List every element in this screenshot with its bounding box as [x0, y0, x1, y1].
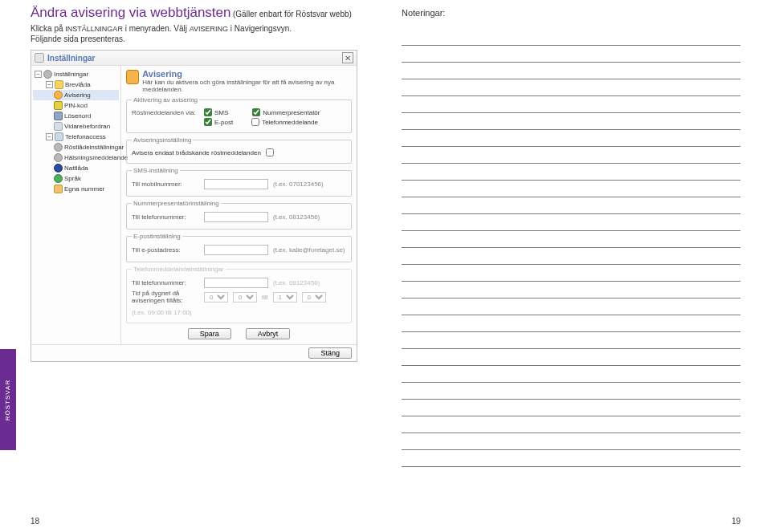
checkbox-telefon[interactable]: [251, 118, 259, 126]
settings-dialog: Inställningar ✕ − Inställningar − Brevlå…: [31, 50, 357, 362]
note-line: [402, 46, 740, 63]
group-nummer-legend: Nummerpresentatörinställning: [132, 200, 221, 207]
tree-nattlada[interactable]: Nattlåda: [33, 163, 119, 173]
select-h2: 18: [273, 292, 297, 303]
tree-rostladeinst[interactable]: Röstlådeinställningar: [33, 142, 119, 152]
note-line: [402, 416, 740, 433]
dialog-titlebar: Inställningar ✕: [31, 51, 357, 66]
close-button[interactable]: ✕: [342, 52, 353, 63]
folder-icon: [55, 80, 63, 89]
note-line: [402, 197, 740, 214]
chk-sms[interactable]: SMS: [204, 108, 228, 116]
pane-title: Avisering: [142, 69, 352, 79]
lock-icon: [54, 112, 63, 120]
page-title: Ändra avisering via webbtjänsten: [31, 5, 230, 20]
checkbox-sms[interactable]: [204, 108, 212, 116]
note-line: [402, 164, 740, 181]
note-line: [402, 315, 740, 332]
gear-icon: [54, 143, 63, 152]
tree-sprak[interactable]: Språk: [33, 173, 119, 184]
group-avisinst: Aviseringsinställning Avisera endast brå…: [126, 136, 352, 164]
bell-icon: [126, 70, 139, 84]
save-button[interactable]: Spara: [188, 328, 231, 339]
note-line: [402, 147, 740, 164]
note-line: [402, 366, 740, 383]
note-line: [402, 113, 740, 130]
tree-root[interactable]: − Inställningar: [33, 69, 119, 79]
instruction-line-1: Klicka på INSTÄLLNINGAR i menyraden. Väl…: [31, 24, 369, 33]
input-telephone: [204, 278, 268, 288]
tree-telefonaccess[interactable]: − Telefonaccess: [33, 132, 119, 142]
notes-area: [402, 29, 740, 467]
note-line: [402, 29, 740, 46]
note-line: [402, 231, 740, 248]
pane-description: Här kan du aktivera och göra inställning…: [142, 79, 352, 93]
note-line: [402, 63, 740, 79]
note-line: [402, 265, 740, 282]
hint-phone: (t.ex. 08123456): [273, 213, 320, 221]
input-phone[interactable]: [204, 212, 268, 222]
page-number-left: 18: [31, 517, 39, 526]
checkbox-epost[interactable]: [204, 118, 212, 126]
checkbox-nummer[interactable]: [252, 108, 260, 116]
select-m2: 00: [302, 292, 326, 303]
forward-icon: [54, 122, 63, 131]
select-m1: 00: [233, 292, 257, 303]
note-line: [402, 181, 740, 197]
group-activate: Aktivering av avisering Röstmeddelanden …: [126, 96, 352, 133]
cancel-button[interactable]: Avbryt: [246, 328, 290, 339]
tree-vidarebefordran[interactable]: Vidarebefordran: [33, 121, 119, 132]
side-tab-label: RÖSTSVAR: [5, 379, 12, 420]
instruction-line-2: Följande sida presenteras.: [31, 35, 369, 43]
tree-brevlada[interactable]: − Brevlåda: [33, 79, 119, 90]
tree-toggle-icon[interactable]: −: [46, 81, 53, 88]
tools-icon: [35, 53, 44, 63]
note-line: [402, 79, 740, 96]
tree-toggle-icon[interactable]: −: [46, 133, 53, 140]
chk-nummer[interactable]: Nummerpresentatör: [252, 108, 320, 116]
key-icon: [54, 101, 63, 110]
page-number-right: 19: [732, 517, 740, 526]
footer-close-button[interactable]: Stäng: [308, 347, 352, 359]
side-tab: RÖSTSVAR: [0, 349, 16, 450]
group-activate-legend: Aktivering av avisering: [132, 96, 199, 104]
group-epost-legend: E-postinställning: [132, 233, 182, 240]
settings-pane: Avisering Här kan du aktivera och göra i…: [121, 66, 357, 344]
note-line: [402, 282, 740, 298]
moon-icon: [54, 164, 63, 173]
tree-losenord[interactable]: Lösenord: [33, 111, 119, 121]
group-epost: E-postinställning Till e-postadress: (t.…: [126, 233, 352, 262]
tree-halsning[interactable]: Hälsningsmeddelande: [33, 152, 119, 163]
label-via: Röstmeddelanden via:: [132, 109, 199, 116]
tree-avisering[interactable]: Avisering: [33, 90, 119, 100]
tree-toggle-icon[interactable]: −: [35, 71, 42, 78]
label-mobile: Till mobilnummer:: [132, 181, 199, 188]
hint-time: (t.ex. 09:00 till 17:00): [132, 309, 192, 316]
globe-icon: [54, 174, 63, 183]
input-mobile[interactable]: [204, 179, 268, 189]
input-email[interactable]: [204, 245, 268, 255]
label-sep: till: [262, 294, 268, 301]
select-h1: 07: [204, 292, 228, 303]
group-nummer: Nummerpresentatörinställning Till telefo…: [126, 200, 352, 229]
hint-email: (t.ex. kalle@foretaget.se): [273, 246, 345, 254]
phone-icon: [55, 132, 63, 141]
note-line: [402, 248, 740, 265]
bell-icon: [54, 91, 63, 99]
page-subtitle: (Gäller enbart för Röstsvar webb): [233, 10, 352, 18]
group-teleinst: Telefonmeddelandeinställningar Till tele…: [126, 266, 352, 323]
group-sms-legend: SMS-inställning: [132, 167, 180, 174]
note-line: [402, 400, 740, 416]
label-email: Till e-postadress:: [132, 246, 199, 254]
tree-egnanummer[interactable]: Egna nummer: [33, 184, 119, 194]
chk-telefon[interactable]: Telefonmeddelande: [251, 118, 318, 126]
group-avisinst-legend: Aviseringsinställning: [132, 136, 193, 144]
chk-epost[interactable]: E-post: [204, 118, 233, 126]
notes-heading: Noteringar:: [402, 8, 740, 18]
note-line: [402, 433, 740, 450]
tree-pinkod[interactable]: PIN-kod: [33, 100, 119, 111]
checkbox-urgent[interactable]: [266, 148, 274, 156]
hint-mobile: (t.ex. 070123456): [273, 181, 324, 188]
note-line: [402, 450, 740, 467]
label-urgent: Avisera endast brådskande röstmeddelande…: [132, 149, 261, 156]
